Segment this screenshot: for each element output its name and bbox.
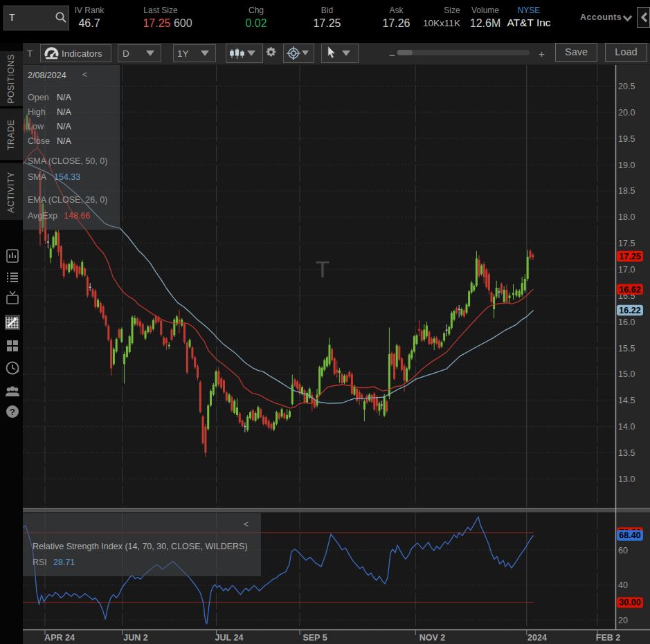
svg-text:14.0: 14.0 bbox=[618, 422, 635, 432]
svg-text:20.0: 20.0 bbox=[618, 108, 635, 118]
svg-text:40: 40 bbox=[618, 580, 628, 590]
svg-text:20: 20 bbox=[618, 616, 628, 625]
svg-text:17.5: 17.5 bbox=[618, 239, 635, 248]
svg-text:JUL 24: JUL 24 bbox=[215, 633, 244, 643]
svg-text:?: ? bbox=[10, 407, 15, 417]
svg-text:19.0: 19.0 bbox=[618, 160, 635, 170]
svg-text:14.5: 14.5 bbox=[618, 396, 635, 405]
svg-text:20.5: 20.5 bbox=[618, 82, 635, 91]
svg-text:30.00: 30.00 bbox=[619, 598, 640, 607]
svg-text:13.5: 13.5 bbox=[618, 448, 635, 458]
svg-text:2024: 2024 bbox=[527, 633, 547, 643]
svg-text:SEP 5: SEP 5 bbox=[303, 633, 327, 643]
svg-text:18.5: 18.5 bbox=[618, 186, 635, 196]
svg-text:13.0: 13.0 bbox=[618, 475, 635, 484]
svg-text:16.22: 16.22 bbox=[619, 306, 640, 315]
svg-text:NOV 2: NOV 2 bbox=[419, 633, 446, 643]
svg-text:16.0: 16.0 bbox=[618, 318, 635, 327]
svg-text:T: T bbox=[316, 256, 330, 282]
svg-text:15.0: 15.0 bbox=[618, 369, 635, 379]
svg-text:16.62: 16.62 bbox=[619, 285, 640, 295]
svg-text:68.40: 68.40 bbox=[619, 531, 640, 540]
svg-text:15.5: 15.5 bbox=[618, 344, 635, 353]
svg-text:60: 60 bbox=[618, 546, 628, 555]
svg-text:17.0: 17.0 bbox=[618, 265, 635, 275]
svg-text:JUN 2: JUN 2 bbox=[123, 633, 147, 643]
svg-text:FEB 2: FEB 2 bbox=[596, 633, 620, 643]
svg-text:APR 24: APR 24 bbox=[44, 633, 75, 643]
svg-text:18.0: 18.0 bbox=[618, 212, 635, 222]
svg-text:17.25: 17.25 bbox=[619, 252, 640, 261]
svg-text:19.5: 19.5 bbox=[618, 134, 635, 144]
